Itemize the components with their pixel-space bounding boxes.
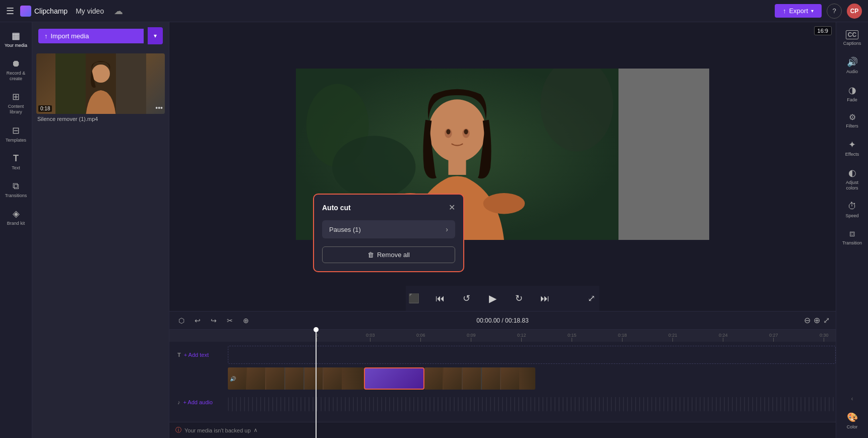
play-button[interactable]: ▶ xyxy=(484,290,501,306)
video-clip-2[interactable] xyxy=(424,367,535,390)
center-area: 16:9 xyxy=(169,22,836,438)
svg-point-7 xyxy=(332,136,415,198)
filters-icon: ⚙ xyxy=(849,112,856,122)
video-clip-selected[interactable] xyxy=(364,367,424,390)
add-audio-button[interactable]: + Add audio xyxy=(183,399,213,405)
autocut-pauses-item[interactable]: Pauses (1) › xyxy=(322,220,455,238)
right-sidebar-collapse[interactable]: ‹ xyxy=(847,394,857,404)
sidebar-label-brand-kit: Brand kit xyxy=(7,221,25,226)
clip-thumb-4 xyxy=(285,367,303,390)
sidebar-label-text: Text xyxy=(12,165,20,171)
adjust-colors-icon: ◐ xyxy=(848,167,856,178)
sidebar-item-templates[interactable]: ⊟ Templates xyxy=(2,121,30,147)
media-panel-header: ↑ Import media ▾ xyxy=(32,22,169,49)
record-icon: ⏺ xyxy=(12,58,21,69)
clip-thumb-8 xyxy=(444,367,462,390)
ruler-mark-27: 0:27 xyxy=(769,333,778,342)
import-media-button[interactable]: ↑ Import media xyxy=(38,29,144,43)
zoom-in-button[interactable]: ⊕ xyxy=(814,316,820,325)
skip-back-button[interactable]: ⏮ xyxy=(432,290,448,306)
lock-button[interactable]: ⊕ xyxy=(240,315,252,327)
video-track-content[interactable]: 🔊 xyxy=(228,367,836,390)
topbar-right: ↑ Export ▾ ? CP xyxy=(775,4,862,19)
sidebar-item-content-library[interactable]: ⊞ Content library xyxy=(2,87,30,119)
svg-rect-17 xyxy=(618,69,709,240)
sidebar-item-record[interactable]: ⏺ Record & create xyxy=(2,54,30,86)
rewind-button[interactable]: ↺ xyxy=(458,290,474,306)
right-item-filters[interactable]: ⚙ Filters xyxy=(838,108,866,133)
audio-track-content xyxy=(228,397,836,411)
ruler-mark-21: 0:21 xyxy=(668,333,677,342)
timeline-tracks: T + Add text 🔊 xyxy=(169,342,836,415)
ruler-mark-3: 0:03 xyxy=(366,333,375,342)
right-item-color[interactable]: 🎨 Color xyxy=(838,408,866,434)
topbar: ☰ Clipchamp My video ☁ ↑ Export ▾ ? CP xyxy=(0,0,868,22)
right-item-captions[interactable]: CC Captions xyxy=(838,26,866,50)
add-text-label: + Add text xyxy=(184,352,209,358)
status-expand-icon[interactable]: ∧ xyxy=(254,427,258,433)
sidebar-label-record: Record & create xyxy=(4,71,28,82)
video-title[interactable]: My video xyxy=(76,7,104,15)
sidebar-label-your-media: Your media xyxy=(5,43,27,48)
media-panel: ↑ Import media ▾ xyxy=(32,22,169,438)
select-tool-button[interactable]: ⬡ xyxy=(175,315,188,327)
thumbnail-more-icon[interactable]: ••• xyxy=(155,104,163,112)
add-text-button[interactable]: + Add text xyxy=(184,352,209,358)
ruler-mark-15: 0:15 xyxy=(568,333,577,342)
right-item-speed[interactable]: ⏱ Speed xyxy=(838,197,866,223)
right-item-fade[interactable]: ◑ Fade xyxy=(838,81,866,107)
remove-all-button[interactable]: 🗑 Remove all xyxy=(322,246,455,263)
remove-all-label: Remove all xyxy=(377,251,410,259)
sidebar-item-transitions[interactable]: ⧉ Transitions xyxy=(2,177,30,203)
app-logo: Clipchamp xyxy=(20,6,68,17)
ruler-mark-24: 0:24 xyxy=(719,333,728,342)
media-thumbnail[interactable]: 0:18 ••• xyxy=(36,53,165,114)
help-icon: ? xyxy=(832,7,836,15)
skip-forward-button[interactable]: ⏭ xyxy=(537,290,553,306)
video-clip-1[interactable]: 🔊 xyxy=(228,367,364,390)
captions-icon: CC xyxy=(846,30,858,39)
bottom-status-bar: ⓘ Your media isn't backed up ∧ xyxy=(169,422,836,438)
user-avatar[interactable]: CP xyxy=(847,4,862,19)
video-canvas-secondary xyxy=(618,69,709,240)
ruler-mark-18: 0:18 xyxy=(618,333,627,342)
right-item-adjust-colors[interactable]: ◐ Adjust colors xyxy=(838,163,866,195)
playhead-handle[interactable] xyxy=(314,327,319,332)
zoom-fit-button[interactable]: ⤢ xyxy=(823,316,830,325)
autocut-panel: Auto cut ✕ Pauses (1) › 🗑 Remove all xyxy=(313,194,464,272)
right-item-audio[interactable]: 🔊 Audio xyxy=(838,52,866,79)
media-grid: 0:18 ••• Silence remover (1).mp4 xyxy=(32,49,169,128)
right-item-transition[interactable]: ⧈ Transition xyxy=(838,224,866,250)
person-svg xyxy=(55,53,146,114)
export-button[interactable]: ↑ Export ▾ xyxy=(775,4,822,18)
zoom-out-button[interactable]: ⊖ xyxy=(804,316,811,325)
autocut-close-button[interactable]: ✕ xyxy=(449,203,455,212)
cut-button[interactable]: ✂ xyxy=(224,315,236,327)
undo-button[interactable]: ↩ xyxy=(192,315,204,327)
sidebar-item-text[interactable]: T Text xyxy=(2,149,30,175)
hamburger-menu[interactable]: ☰ xyxy=(6,6,14,17)
right-item-effects[interactable]: ✦ Effects xyxy=(838,135,866,161)
left-sidebar: ▦ Your media ⏺ Record & create ⊞ Content… xyxy=(0,22,32,438)
timeline-playhead[interactable] xyxy=(316,330,317,438)
clip-thumb-7 xyxy=(424,367,443,390)
fade-icon: ◑ xyxy=(848,85,856,96)
import-dropdown-button[interactable]: ▾ xyxy=(148,27,163,44)
transition-label: Transition xyxy=(842,240,862,246)
sidebar-item-brand-kit[interactable]: ◈ Brand kit xyxy=(2,204,30,230)
svg-rect-2 xyxy=(116,53,146,114)
sidebar-item-your-media[interactable]: ▦ Your media xyxy=(2,26,30,52)
svg-point-12 xyxy=(464,129,468,134)
brand-kit-icon: ◈ xyxy=(13,208,20,219)
main-layout: ▦ Your media ⏺ Record & create ⊞ Content… xyxy=(0,22,868,438)
app-name: Clipchamp xyxy=(34,7,68,15)
text-track-row: T + Add text xyxy=(169,344,836,366)
ruler-mark-9: 0:09 xyxy=(467,333,476,342)
text-track-icon: T xyxy=(177,352,181,358)
subtitle-toggle-button[interactable]: ⬛ xyxy=(406,290,422,306)
redo-button[interactable]: ↪ xyxy=(208,315,220,327)
forward-button[interactable]: ↻ xyxy=(511,290,527,306)
help-button[interactable]: ? xyxy=(827,4,842,19)
timeline-ruler: 0 0:03 0:06 0:09 0:12 0:15 0:18 xyxy=(169,330,836,342)
expand-preview-button[interactable]: ⤢ xyxy=(583,290,599,306)
